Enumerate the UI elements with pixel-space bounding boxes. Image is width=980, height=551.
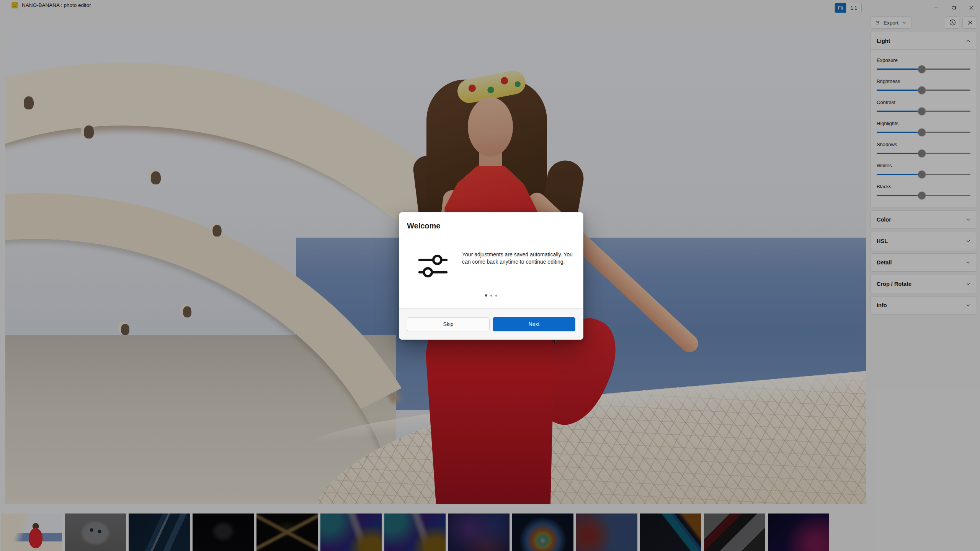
skip-button[interactable]: Skip bbox=[407, 317, 490, 331]
page-dot-3[interactable] bbox=[495, 295, 497, 297]
welcome-dialog: Welcome Your adjustments are saved autom… bbox=[399, 212, 583, 340]
next-button[interactable]: Next bbox=[493, 317, 575, 331]
welcome-dialog-body: Welcome Your adjustments are saved autom… bbox=[399, 212, 583, 308]
page-dot-1[interactable] bbox=[485, 294, 487, 297]
page-indicator-dots bbox=[399, 294, 583, 297]
adjustment-sliders-icon bbox=[418, 254, 448, 278]
page-dot-2[interactable] bbox=[490, 295, 492, 297]
welcome-dialog-title: Welcome bbox=[407, 222, 575, 230]
welcome-dialog-footer: Skip Next bbox=[399, 308, 583, 339]
welcome-dialog-message: Your adjustments are saved automatically… bbox=[462, 251, 575, 266]
